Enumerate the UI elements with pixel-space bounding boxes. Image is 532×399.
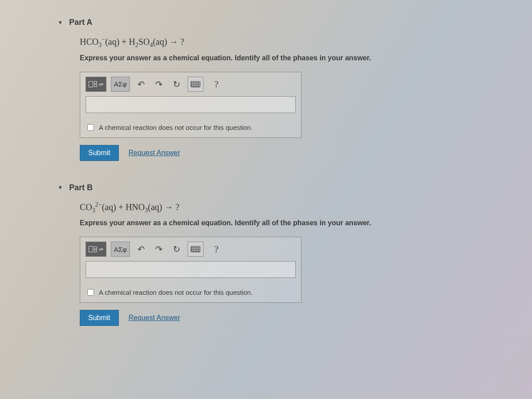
chem-template-icon: ⇌ bbox=[89, 81, 103, 87]
part-b-submit-button[interactable]: Submit bbox=[80, 310, 119, 326]
reset-button[interactable]: ↻ bbox=[170, 77, 183, 92]
part-a-toolbar: ⇌ ΑΣφ ↶ ↷ ↻ ? bbox=[80, 72, 301, 96]
part-b-header[interactable]: ▼ Part B bbox=[58, 183, 505, 192]
help-button[interactable]: ? bbox=[208, 77, 225, 92]
part-b-answer-input[interactable] bbox=[86, 261, 296, 278]
reset-button[interactable]: ↻ bbox=[170, 242, 183, 257]
part-b-title: Part B bbox=[69, 183, 93, 192]
part-a-equation: HCO3−(aq) + H2SO4(aq) → ? bbox=[80, 36, 505, 49]
keyboard-icon bbox=[191, 81, 200, 87]
keyboard-button[interactable] bbox=[188, 77, 203, 92]
greek-symbols-button[interactable]: ΑΣφ bbox=[111, 242, 130, 257]
keyboard-icon bbox=[191, 246, 200, 252]
part-a-actions: Submit Request Answer bbox=[80, 145, 505, 161]
undo-icon: ↶ bbox=[137, 244, 145, 254]
part-b-body: CO32−(aq) + HNO3(aq) → ? Express your an… bbox=[66, 201, 505, 348]
part-a-instruction: Express your answer as a chemical equati… bbox=[80, 54, 505, 62]
part-a-submit-button[interactable]: Submit bbox=[80, 145, 119, 161]
part-b-equation: CO32−(aq) + HNO3(aq) → ? bbox=[80, 201, 505, 214]
undo-icon: ↶ bbox=[137, 79, 145, 90]
undo-button[interactable]: ↶ bbox=[134, 77, 148, 92]
reset-icon: ↻ bbox=[173, 79, 180, 90]
part-a-title: Part A bbox=[69, 18, 92, 27]
part-b-instruction: Express your answer as a chemical equati… bbox=[80, 219, 505, 227]
greek-symbols-button[interactable]: ΑΣφ bbox=[111, 77, 130, 92]
part-b-toolbar: ⇌ ΑΣφ ↶ ↷ ↻ ? bbox=[80, 237, 301, 261]
keyboard-button[interactable] bbox=[188, 242, 203, 257]
chem-template-icon: ⇌ bbox=[89, 246, 103, 252]
part-a-body: HCO3−(aq) + H2SO4(aq) → ? Express your a… bbox=[66, 36, 505, 183]
part-a-no-reaction-label: A chemical reaction does not occur for t… bbox=[99, 124, 253, 131]
part-b-no-reaction-label: A chemical reaction does not occur for t… bbox=[99, 289, 253, 296]
part-b-actions: Submit Request Answer bbox=[80, 310, 505, 326]
collapse-caret-icon[interactable]: ▼ bbox=[58, 20, 63, 26]
chem-template-button[interactable]: ⇌ bbox=[86, 77, 106, 92]
redo-icon: ↷ bbox=[155, 79, 163, 90]
part-b-editor: ⇌ ΑΣφ ↶ ↷ ↻ ? bbox=[80, 237, 301, 303]
part-a-header[interactable]: ▼ Part A bbox=[58, 18, 505, 27]
redo-button[interactable]: ↷ bbox=[152, 242, 165, 257]
redo-button[interactable]: ↷ bbox=[152, 77, 165, 92]
help-button[interactable]: ? bbox=[208, 242, 225, 257]
collapse-caret-icon[interactable]: ▼ bbox=[58, 184, 63, 191]
redo-icon: ↷ bbox=[155, 244, 163, 254]
part-a-no-reaction-row[interactable]: A chemical reaction does not occur for t… bbox=[80, 118, 301, 137]
chem-template-button[interactable]: ⇌ bbox=[86, 242, 106, 257]
part-a-no-reaction-checkbox[interactable] bbox=[87, 124, 94, 131]
undo-button[interactable]: ↶ bbox=[134, 242, 148, 257]
part-a-editor: ⇌ ΑΣφ ↶ ↷ ↻ ? bbox=[80, 72, 301, 138]
part-a-answer-input[interactable] bbox=[86, 96, 296, 113]
part-b-no-reaction-row[interactable]: A chemical reaction does not occur for t… bbox=[80, 283, 301, 302]
part-b-request-answer-link[interactable]: Request Answer bbox=[129, 314, 180, 322]
part-b-no-reaction-checkbox[interactable] bbox=[87, 289, 94, 296]
part-a-request-answer-link[interactable]: Request Answer bbox=[129, 149, 180, 157]
reset-icon: ↻ bbox=[173, 244, 180, 254]
